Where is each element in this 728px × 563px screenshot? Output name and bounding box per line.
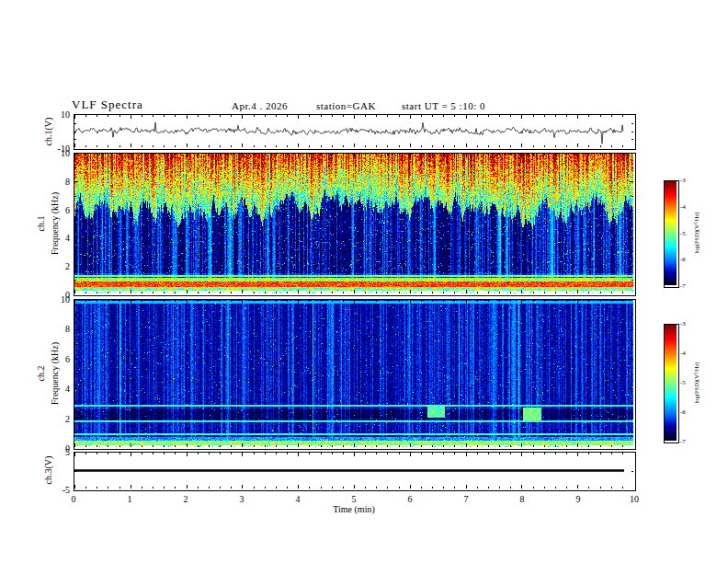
colorbar-ch2 bbox=[664, 324, 679, 443]
ch3-waveform-y-tick-label: 5 bbox=[44, 447, 70, 457]
ch1-spectrogram-canvas bbox=[74, 154, 633, 293]
x-tick-label: 7 bbox=[455, 494, 477, 504]
ch1-spectrogram-y-tick-label: 4 bbox=[44, 233, 70, 243]
ch3-waveform-ylabel: ch.3(V) bbox=[43, 456, 53, 485]
colorbar-ch1-canvas bbox=[665, 181, 677, 285]
ch1-waveform-canvas bbox=[74, 115, 633, 147]
header-station: station=GAK bbox=[316, 100, 376, 111]
x-tick-label: 1 bbox=[119, 494, 141, 504]
ch1-spectrogram-panel bbox=[74, 153, 636, 296]
x-tick-label: 8 bbox=[511, 494, 533, 504]
colorbar-tick-label: -5 bbox=[680, 230, 697, 237]
ch3-waveform-panel bbox=[74, 452, 636, 491]
colorbar-tick-label: -6 bbox=[680, 408, 697, 416]
colorbar-tick-label: -4 bbox=[680, 203, 697, 211]
colorbar-ch2-canvas bbox=[665, 325, 677, 441]
vlf-spectra-figure: VLF Spectra Apr.4 . 2026 station=GAK sta… bbox=[0, 0, 728, 563]
ch1-spectrogram-y-tick-label: 8 bbox=[44, 177, 70, 187]
ch2-spectrogram-y-tick-label: 4 bbox=[44, 384, 70, 394]
ch1-waveform-ylabel: ch.1(V) bbox=[43, 118, 53, 146]
x-tick-label: 3 bbox=[231, 494, 253, 504]
x-tick-label: 0 bbox=[63, 494, 85, 504]
ch2-spectrogram-ylabel: Frequency (kHz) bbox=[50, 342, 60, 405]
ch2-spectrogram-y-tick-label: 2 bbox=[44, 414, 70, 424]
ch2-spectrogram-panel bbox=[74, 299, 636, 450]
ch1-spectrogram-y-tick-label: 2 bbox=[44, 261, 70, 271]
ch1-spectrogram-ylabel: Frequency (kHz) bbox=[50, 192, 60, 255]
ch2-spectrogram-y-tick-label: 10 bbox=[44, 294, 70, 304]
colorbar-tick-label: -6 bbox=[680, 256, 697, 263]
ch2-spectrogram-y-tick-label: 6 bbox=[44, 354, 70, 364]
colorbar-tick-label: -7 bbox=[680, 438, 697, 445]
colorbar-tick-label: -3 bbox=[680, 320, 697, 327]
ch1-spectrogram-channel-label: ch.1 bbox=[36, 216, 46, 232]
ch1-waveform-panel bbox=[74, 114, 636, 150]
colorbar-tick-label: -4 bbox=[680, 350, 697, 357]
x-tick-label: 2 bbox=[175, 494, 197, 504]
x-tick-label: 10 bbox=[623, 494, 645, 504]
ch3-waveform-canvas bbox=[74, 453, 633, 488]
x-tick-label: 5 bbox=[343, 494, 365, 504]
colorbar-tick-label: -5 bbox=[680, 379, 697, 386]
header-start-ut: start UT = 5 :10: 0 bbox=[402, 100, 485, 111]
ch2-spectrogram-canvas bbox=[74, 300, 633, 447]
ch2-spectrogram-channel-label: ch.2 bbox=[36, 366, 46, 382]
ch1-waveform-y-tick-label: 10 bbox=[44, 109, 70, 120]
x-axis-label: Time (min) bbox=[317, 504, 391, 514]
ch2-spectrogram-y-tick-label: 8 bbox=[44, 324, 70, 334]
x-tick-label: 6 bbox=[399, 494, 421, 504]
x-tick-label: 4 bbox=[287, 494, 309, 504]
ch3-waveform-y-tick-label: -5 bbox=[44, 485, 70, 495]
header-date: Apr.4 . 2026 bbox=[232, 100, 288, 111]
ch1-spectrogram-y-tick-label: 6 bbox=[44, 205, 70, 215]
ch1-spectrogram-y-tick-label: 10 bbox=[44, 148, 70, 158]
colorbar-tick-label: -7 bbox=[680, 282, 697, 290]
page-title: VLF Spectra bbox=[72, 98, 143, 112]
colorbar-ch1 bbox=[664, 180, 679, 288]
colorbar-tick-label: -3 bbox=[680, 177, 697, 184]
x-tick-label: 9 bbox=[567, 494, 589, 504]
